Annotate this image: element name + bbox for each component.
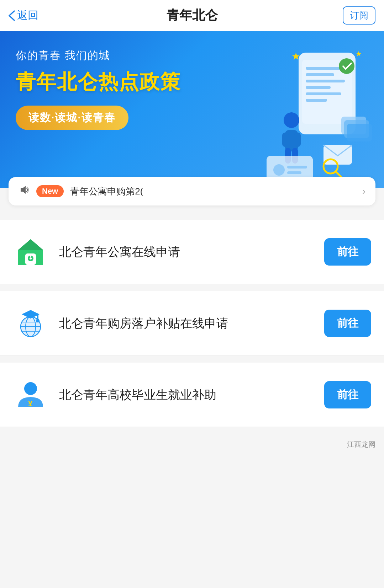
svg-rect-5	[306, 86, 331, 89]
svg-rect-2	[306, 67, 341, 70]
svg-line-26	[336, 172, 341, 177]
service-1-goto-button[interactable]: 前往	[324, 238, 371, 266]
page-title: 青年北仑	[167, 7, 218, 24]
svg-text:¥: ¥	[28, 399, 33, 408]
speaker-icon	[19, 184, 30, 198]
svg-rect-14	[294, 133, 301, 147]
svg-point-8	[339, 58, 354, 74]
apartment-icon	[13, 234, 48, 269]
svg-marker-39	[22, 310, 40, 319]
svg-rect-19	[287, 166, 307, 169]
service-item-housing: 北仑青年购房落户补贴在线申请 前往	[0, 291, 384, 356]
banner-illustration: ★ ★	[256, 49, 377, 188]
subscribe-button[interactable]: 订阅	[343, 6, 375, 25]
spacer-1	[0, 205, 384, 220]
header: 返回 青年北仑 订阅	[0, 0, 384, 31]
service-3-title: 北仑青年高校毕业生就业补助	[59, 386, 314, 404]
svg-marker-29	[18, 239, 43, 250]
svg-rect-3	[306, 73, 334, 76]
notification-bar[interactable]: New 青年公寓申购第2( ›	[9, 177, 375, 205]
svg-rect-20	[287, 171, 301, 174]
service-item-employment: ¥ 北仑青年高校毕业生就业补助 前往	[0, 363, 384, 427]
back-button[interactable]: 返回	[9, 8, 38, 23]
svg-rect-23	[347, 124, 372, 141]
svg-text:★: ★	[291, 51, 300, 62]
housing-icon	[13, 305, 48, 341]
banner-tag: 读数·读城·读青春	[16, 106, 128, 130]
svg-rect-33	[30, 254, 31, 257]
back-chevron-icon	[9, 10, 15, 21]
svg-point-18	[273, 164, 285, 176]
svg-point-42	[24, 382, 37, 395]
back-label: 返回	[17, 8, 38, 23]
svg-rect-13	[282, 133, 289, 147]
svg-rect-7	[306, 99, 327, 102]
service-2-title: 北仑青年购房落户补贴在线申请	[59, 314, 314, 332]
notification-text: 青年公寓申购第2(	[70, 185, 356, 198]
service-item-apartment: 北仑青年公寓在线申请 前往	[0, 220, 384, 284]
service-3-goto-button[interactable]: 前往	[324, 381, 371, 408]
svg-marker-27	[21, 186, 26, 194]
svg-rect-6	[306, 92, 341, 95]
new-badge: New	[36, 185, 64, 197]
service-1-title: 北仑青年公寓在线申请	[59, 243, 314, 261]
svg-point-32	[30, 257, 32, 260]
svg-point-11	[284, 112, 299, 128]
banner: 你的青春 我们的城 青年北仑热点政策 读数·读城·读青春 ★ ★	[0, 31, 384, 188]
employment-icon: ¥	[13, 377, 48, 412]
svg-text:★: ★	[356, 50, 362, 58]
notification-arrow-icon: ›	[362, 186, 365, 197]
svg-rect-4	[306, 80, 345, 82]
service-2-goto-button[interactable]: 前往	[324, 310, 371, 337]
svg-point-41	[36, 319, 40, 322]
watermark: 江西龙网	[0, 434, 384, 455]
service-list: 北仑青年公寓在线申请 前往 北仑青年购房落户补贴在线申请 前往	[0, 220, 384, 427]
